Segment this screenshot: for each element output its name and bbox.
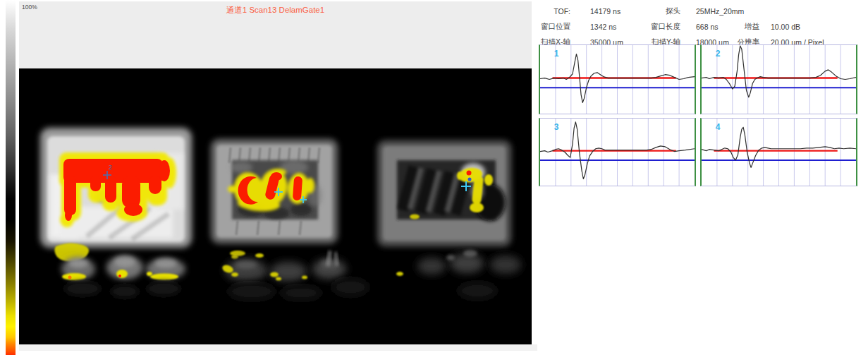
ascan-plot-2-label: 2 [716,49,721,59]
cscan-sample-left: 2 [40,128,192,248]
param-label-gain: 增益 [721,22,759,32]
cscan-sample-middle [211,139,338,259]
ascan-plot-4[interactable]: 4 [700,118,857,186]
cscan-channel-title: 通道1 Scan13 DelamGate1 [19,5,532,16]
param-label-probe: 探头 [642,6,680,16]
param-value-probe: 25MHz_20mm [680,7,721,16]
ascan-panel-grid: 1 2 3 4 [539,44,857,186]
parameter-panel: TOF: 14179 ns 探头 25MHz_20mm 窗口位置 1342 ns… [538,4,868,50]
ascan-plot-2[interactable]: 2 [700,44,857,114]
crosshair-label: 2 [109,164,112,171]
param-label-window-len: 窗口长度 [642,22,680,32]
ascan-plot-3[interactable]: 3 [539,118,696,186]
cscan-image-area[interactable]: 2 [19,68,532,344]
cscan-header: 100% 通道1 Scan13 DelamGate1 [19,1,532,68]
param-label-tof: TOF: [538,7,570,16]
ascan-plot-4-label: 4 [716,122,721,132]
ascan-plot-3-label: 3 [554,122,559,132]
cscan-image[interactable]: 2 [19,68,532,344]
ascan-plot-1-label: 1 [554,49,559,59]
cscan-sample-right [377,140,511,246]
param-value-window-len: 668 ns [680,23,721,31]
cscan-bottom-strip [19,344,537,351]
param-value-tof: 14179 ns [570,7,642,16]
ascan-plot-1[interactable]: 1 [539,44,696,114]
amplitude-colorbar [6,0,16,355]
param-value-gain: 10.00 dB [759,23,868,31]
app-window: 100% 通道1 Scan13 DelamGate1 [0,0,868,355]
defect-red-dot-right [467,171,472,176]
param-label-window-pos: 窗口位置 [538,22,570,32]
param-value-window-pos: 1342 ns [570,23,642,31]
